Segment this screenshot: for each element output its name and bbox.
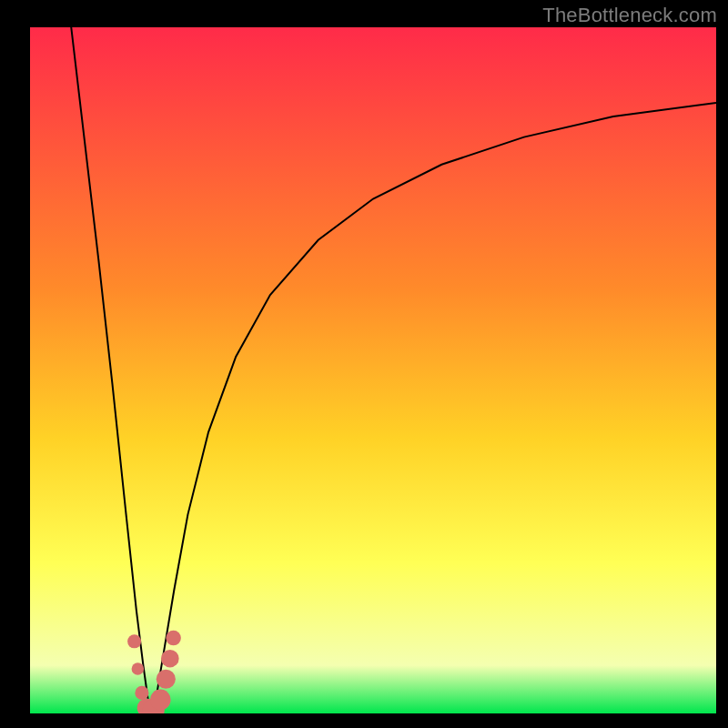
marker-point (135, 686, 148, 700)
bottleneck-chart (30, 27, 716, 713)
chart-frame (30, 27, 716, 713)
marker-point (132, 662, 145, 675)
marker-point (161, 650, 179, 668)
marker-point (150, 690, 171, 711)
gradient-background (30, 27, 716, 713)
marker-point (127, 634, 141, 648)
marker-point (166, 631, 181, 646)
watermark-label: TheBottleneck.com (542, 4, 717, 27)
marker-point (157, 670, 176, 689)
